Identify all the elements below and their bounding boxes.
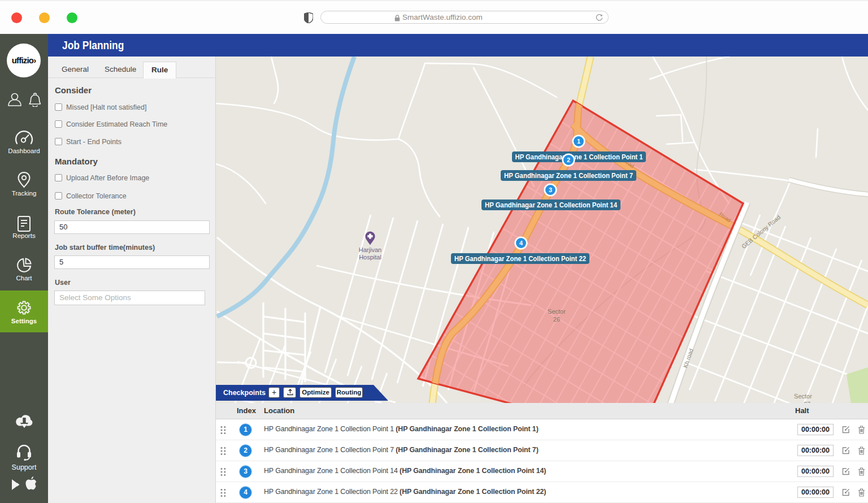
- svg-text:4: 4: [519, 240, 523, 246]
- svg-text:Sector: Sector: [548, 308, 566, 315]
- svg-text:HP Gandhinagar Zone 1 Collecti: HP Gandhinagar Zone 1 Collection Point 7: [504, 172, 633, 180]
- svg-text:26: 26: [553, 316, 560, 323]
- svg-text:3: 3: [549, 187, 552, 193]
- svg-text:Hospital: Hospital: [359, 254, 381, 261]
- svg-text:Sector: Sector: [794, 393, 812, 400]
- svg-text:Harjivan: Harjivan: [359, 246, 381, 253]
- svg-text:1: 1: [577, 138, 580, 145]
- svg-text:HP Gandhinagar Zone 1 Collecti: HP Gandhinagar Zone 1 Collection Point 2…: [454, 255, 586, 263]
- svg-text:2: 2: [567, 157, 570, 163]
- svg-text:HP Gandhinagar Zone 1 Collecti: HP Gandhinagar Zone 1 Collection Point 1…: [485, 201, 617, 209]
- svg-text:HP Gandhinagar Zone 1 Collecti: HP Gandhinagar Zone 1 Collection Point 1: [515, 153, 643, 161]
